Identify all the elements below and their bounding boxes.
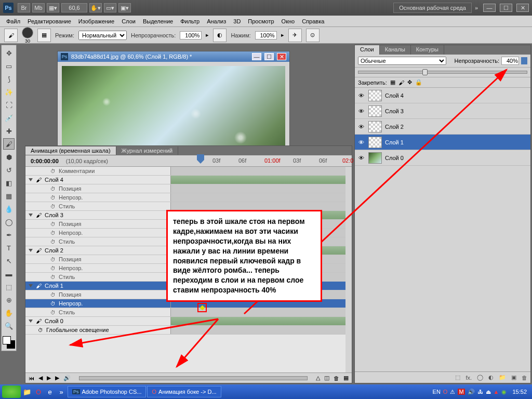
menu-help[interactable]: Справка	[299, 17, 327, 25]
track-lane[interactable]	[171, 167, 345, 175]
lock-position-button[interactable]: ✥	[407, 79, 412, 86]
menu-filter[interactable]: Фильтр	[177, 17, 203, 25]
layer-name[interactable]: Слой 0	[385, 155, 404, 161]
expand-workspace-icon[interactable]: »	[475, 5, 478, 11]
disclosure-icon[interactable]	[29, 284, 33, 287]
stamp-tool[interactable]: ⬢	[3, 151, 15, 163]
track-lane[interactable]	[171, 326, 345, 334]
arrange-button[interactable]: ▭▾	[104, 3, 116, 12]
timeline-row[interactable]: ⏱Непрозр.	[25, 193, 345, 202]
path-select-tool[interactable]: ↖	[3, 255, 15, 267]
crop-tool[interactable]: ⛶	[3, 99, 15, 111]
layer-name[interactable]: Слой 4	[385, 92, 404, 99]
stopwatch-icon[interactable]: ⏱	[50, 230, 56, 236]
airbrush-button[interactable]: ✈	[288, 29, 302, 42]
layer-mask-button[interactable]: ◯	[477, 374, 483, 381]
visibility-icon[interactable]: 👁	[357, 139, 365, 145]
screenmode-button[interactable]: ▣▾	[118, 3, 131, 12]
stopwatch-icon[interactable]: ⏱	[50, 204, 56, 209]
doc-maximize-button[interactable]: ☐	[264, 53, 274, 60]
brush-panel-button[interactable]: ▦	[37, 29, 51, 42]
stopwatch-icon[interactable]: ⏱	[50, 301, 56, 307]
tool-preset-button[interactable]: 🖌	[4, 29, 18, 42]
rewind-button[interactable]: ⏮	[29, 375, 34, 381]
stopwatch-icon[interactable]: ⏱	[50, 168, 56, 174]
visibility-icon[interactable]: 👁	[357, 92, 365, 99]
lock-all-button[interactable]: 🔒	[415, 79, 422, 86]
heal-tool[interactable]: ✚	[3, 125, 15, 137]
blur-tool[interactable]: 💧	[3, 203, 15, 215]
track-lane[interactable]	[171, 184, 345, 193]
wand-tool[interactable]: ✨	[3, 86, 15, 98]
menu-layer[interactable]: Слои	[118, 17, 139, 25]
start-button[interactable]	[2, 385, 21, 398]
ql-ie-icon[interactable]: e	[45, 387, 55, 397]
visibility-icon[interactable]: 👁	[357, 124, 365, 130]
stopwatch-icon[interactable]: ⏱	[50, 239, 56, 245]
disclosure-icon[interactable]	[29, 214, 33, 217]
lasso-tool[interactable]: ⟆	[3, 73, 15, 85]
3d-camera-tool[interactable]: ⊕	[3, 294, 15, 305]
timeline-row[interactable]: ⏱Стиль	[25, 308, 345, 317]
tab-measurement-log[interactable]: Журнал измерений	[116, 147, 179, 155]
tray-shield-icon[interactable]: ⚠	[450, 389, 455, 395]
opacity-slider[interactable]	[358, 71, 527, 74]
layer-row[interactable]: 👁Слой 4	[355, 88, 530, 103]
maximize-button[interactable]: ☐	[500, 4, 512, 12]
timeline-row[interactable]: 🖌Слой 0	[25, 317, 345, 326]
opacity-flyout-button[interactable]	[521, 57, 527, 64]
doc-close-button[interactable]: ✕	[277, 53, 286, 60]
flow-input[interactable]: 100%	[255, 31, 277, 39]
tray-opera-icon[interactable]: O	[443, 389, 448, 395]
opacity-flyout-icon[interactable]: ▸	[206, 32, 209, 38]
doc-minimize-button[interactable]: —	[252, 53, 261, 60]
timeline-row[interactable]: 🖌Слой 4	[25, 176, 345, 184]
layer-name[interactable]: Слой 1	[385, 139, 404, 145]
tab-paths[interactable]: Контуры	[411, 45, 444, 55]
menu-analysis[interactable]: Анализ	[204, 17, 229, 25]
taskbar-app-browser[interactable]: OАнимация боке -> D...	[147, 386, 221, 397]
layer-row[interactable]: 👁Слой 1	[355, 135, 530, 150]
menu-file[interactable]: Файл	[3, 17, 23, 25]
menu-select[interactable]: Выделение	[140, 17, 176, 25]
pen-tool[interactable]: ✒	[3, 229, 15, 241]
track-lane[interactable]	[171, 317, 345, 325]
menu-image[interactable]: Изображение	[75, 17, 117, 25]
zoom-slider-icon[interactable]: △	[316, 375, 320, 381]
brush-tool[interactable]: 🖌	[3, 138, 15, 150]
stopwatch-icon[interactable]: ⏱	[50, 265, 56, 271]
bridge-button[interactable]: Br	[18, 3, 30, 12]
tab-animation[interactable]: Анимация (временная шкала)	[25, 147, 116, 155]
track-lane[interactable]	[171, 202, 345, 210]
stopwatch-icon[interactable]: ⏱	[50, 186, 56, 192]
slider-thumb-icon[interactable]	[422, 69, 428, 75]
layer-blend-select[interactable]: Обычные	[358, 57, 446, 65]
track-lane[interactable]	[171, 176, 345, 184]
workspace-switcher[interactable]: Основная рабочая среда	[393, 3, 472, 13]
history-brush-tool[interactable]: ↺	[3, 164, 15, 176]
tab-layers[interactable]: Слои	[355, 45, 380, 55]
zoom-field[interactable]: 60,6	[61, 3, 87, 12]
link-layers-button[interactable]: ⬚	[455, 374, 460, 381]
dodge-tool[interactable]: ◯	[3, 216, 15, 228]
menu-3d[interactable]: 3D	[230, 17, 244, 25]
zoom-slider[interactable]	[79, 376, 308, 380]
lock-pixels-button[interactable]: 🖌	[398, 79, 404, 86]
hand-tool-button[interactable]: ✋▾	[89, 3, 102, 12]
lock-transparent-button[interactable]: ▦	[390, 79, 395, 86]
eraser-tool[interactable]: ◧	[3, 177, 15, 189]
layer-row[interactable]: 👁Слой 0	[355, 150, 530, 166]
ql-folder-icon[interactable]: 📁	[22, 387, 32, 397]
stopwatch-icon[interactable]: ⏱	[50, 257, 56, 262]
minibridge-button[interactable]: Mb	[32, 3, 45, 12]
fps-label[interactable]: (10,00 кадр/сек)	[66, 158, 108, 164]
pressure-size-button[interactable]: ⊙	[306, 29, 320, 42]
layer-name[interactable]: Слой 2	[385, 124, 404, 130]
disclosure-icon[interactable]	[29, 178, 33, 181]
delete-layer-button[interactable]: 🗑	[522, 375, 527, 381]
menu-view[interactable]: Просмотр	[245, 17, 277, 25]
stopwatch-icon[interactable]: ⏱	[38, 327, 43, 333]
menu-edit[interactable]: Редактирование	[24, 17, 74, 25]
visibility-icon[interactable]: 👁	[357, 108, 365, 114]
adjustment-layer-button[interactable]: ◐	[488, 374, 494, 381]
